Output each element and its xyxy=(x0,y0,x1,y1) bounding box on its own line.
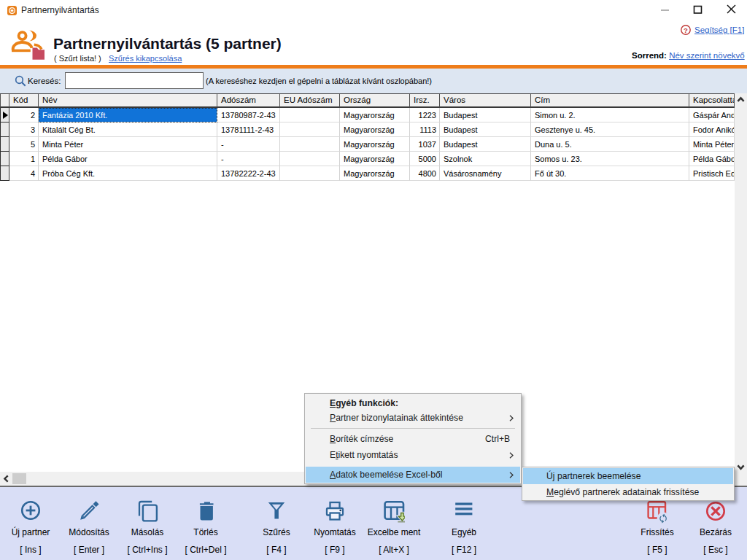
svg-text:?: ? xyxy=(684,26,688,34)
